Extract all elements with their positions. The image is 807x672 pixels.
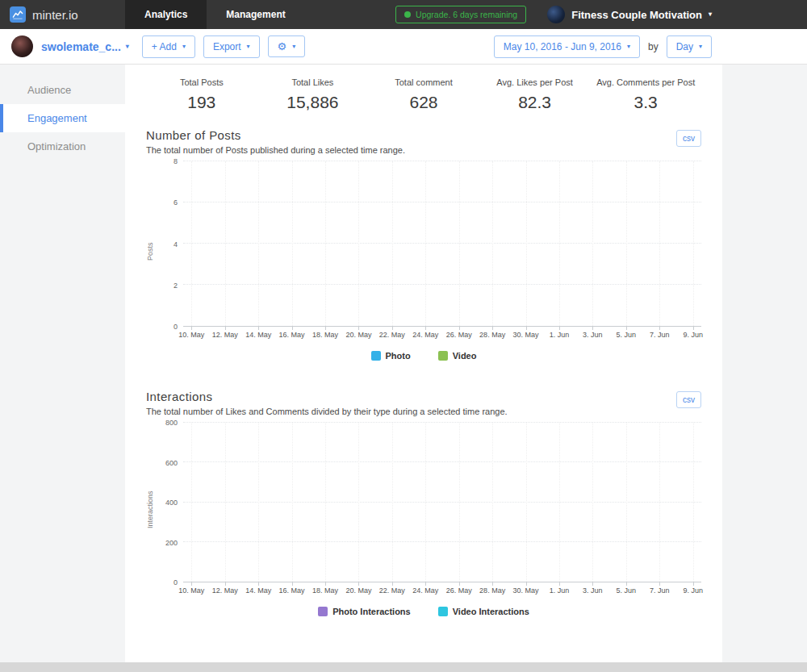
- chart-legend: PhotoVideo: [146, 351, 701, 361]
- profile-name-label: swolemate_c...: [41, 40, 121, 53]
- x-tick-mark: [392, 327, 393, 330]
- gridline: [183, 502, 701, 503]
- toolbar-right: May 10, 2016 - Jun 9, 2016 ▾ by Day ▾: [494, 35, 712, 58]
- x-tick-label: 18. May: [312, 331, 338, 339]
- x-tick-mark: [225, 327, 226, 330]
- vertical-gridline: [258, 423, 259, 582]
- axis-column: 0200400600800 10. May12. May14. May16. M…: [157, 423, 701, 597]
- sidebar-item-audience[interactable]: Audience: [0, 76, 125, 104]
- x-tick-mark: [592, 327, 593, 330]
- vertical-gridline: [191, 423, 192, 582]
- gear-icon: ⚙: [278, 41, 287, 52]
- vertical-gridline: [659, 161, 660, 326]
- x-tick-label: 24. May: [412, 331, 438, 339]
- chevron-down-icon: ▾: [182, 44, 186, 50]
- vertical-gridline: [392, 423, 393, 582]
- vertical-gridline: [659, 423, 660, 582]
- tab-analytics[interactable]: Analytics: [125, 0, 207, 29]
- settings-button[interactable]: ⚙ ▾: [268, 35, 306, 57]
- x-tick-mark: [258, 582, 259, 586]
- vertical-gridline: [325, 423, 326, 582]
- granularity-button[interactable]: Day ▾: [667, 35, 712, 58]
- x-tick-label: 16. May: [279, 331, 305, 339]
- legend-item-photo[interactable]: Photo: [371, 351, 411, 361]
- stat-label: Total comment: [368, 77, 479, 87]
- x-tick-mark: [358, 582, 359, 586]
- legend-item-photo-interactions[interactable]: Photo Interactions: [318, 607, 411, 616]
- vertical-gridline: [559, 161, 560, 326]
- vertical-gridline: [559, 423, 560, 582]
- stat-item: Avg. Comments per Post 3.3: [590, 77, 701, 112]
- gridline: [183, 461, 701, 462]
- charts-container: Number of Posts csv The total number of …: [146, 128, 701, 616]
- minterio-logo-icon: [10, 6, 26, 23]
- profile-selector[interactable]: swolemate_c... ▾: [41, 40, 129, 53]
- vertical-gridline: [225, 161, 226, 326]
- csv-export-button[interactable]: csv: [676, 391, 701, 408]
- vertical-gridline: [626, 161, 627, 326]
- y-tick-label: 200: [165, 539, 178, 547]
- add-label: + Add: [152, 41, 177, 52]
- y-tick-label: 4: [174, 240, 178, 248]
- legend-item-video[interactable]: Video: [438, 351, 477, 361]
- vertical-gridline: [358, 161, 359, 326]
- sidebar-item-engagement[interactable]: Engagement: [0, 104, 125, 132]
- nav-right: Upgrade. 6 days remaining Fitness Couple…: [395, 0, 807, 29]
- vertical-gridline: [459, 423, 460, 582]
- posts-chart-section: Number of Posts csv The total number of …: [146, 128, 701, 361]
- vertical-gridline: [626, 423, 627, 582]
- green-dot-icon: [404, 11, 411, 18]
- date-range-label: May 10, 2016 - Jun 9, 2016: [504, 41, 621, 52]
- brand: minter.io: [0, 0, 125, 29]
- plot-row: 02468: [157, 161, 701, 327]
- x-tick-label: 1. Jun: [550, 586, 570, 595]
- x-tick-label: 7. Jun: [650, 331, 670, 339]
- brand-name[interactable]: minter.io: [32, 8, 78, 22]
- chart-body: Posts 02468 10. May12. May14. May16. May…: [146, 161, 701, 341]
- gridline: [183, 284, 701, 285]
- x-axis-labels: 10. May12. May14. May16. May18. May20. M…: [183, 327, 701, 341]
- gridline: [183, 243, 701, 244]
- vertical-gridline: [325, 161, 326, 326]
- upgrade-button[interactable]: Upgrade. 6 days remaining: [395, 6, 526, 23]
- photo-interactions-swatch-icon: [318, 607, 328, 616]
- x-tick-label: 14. May: [245, 586, 271, 595]
- y-tick-label: 600: [165, 459, 178, 467]
- video-interactions-swatch-icon: [438, 607, 448, 616]
- chevron-down-icon: ▾: [627, 44, 630, 50]
- date-range-button[interactable]: May 10, 2016 - Jun 9, 2016 ▾: [494, 35, 640, 58]
- x-tick-label: 12. May: [212, 586, 238, 595]
- x-tick-mark: [191, 327, 192, 330]
- vertical-gridline: [292, 423, 293, 582]
- sidebar-item-optimization[interactable]: Optimization: [0, 132, 125, 161]
- y-axis-labels: 02468: [157, 161, 183, 327]
- csv-export-button[interactable]: csv: [676, 130, 701, 147]
- stat-label: Total Likes: [257, 77, 369, 87]
- y-axis-labels: 0200400600800: [157, 423, 183, 582]
- account-menu[interactable]: Fitness Couple Motivation ▾: [547, 6, 712, 23]
- x-tick-label: 20. May: [345, 331, 371, 339]
- vertical-gridline: [225, 423, 226, 582]
- vertical-gridline: [191, 161, 192, 326]
- legend-item-video-interactions[interactable]: Video Interactions: [438, 607, 529, 616]
- x-tick-mark: [225, 582, 226, 586]
- export-button[interactable]: Export ▾: [203, 35, 260, 58]
- vertical-gridline: [358, 423, 359, 582]
- chart-header: Interactions csv The total number of Lik…: [146, 390, 701, 416]
- chevron-down-icon: ▾: [709, 11, 712, 18]
- x-tick-label: 16. May: [279, 586, 305, 595]
- vertical-gridline: [459, 161, 460, 326]
- x-tick-mark: [592, 582, 593, 586]
- add-button[interactable]: + Add ▾: [142, 35, 195, 58]
- x-tick-label: 12. May: [212, 331, 238, 339]
- vertical-gridline: [425, 161, 426, 326]
- chart-title: Number of Posts: [146, 128, 701, 142]
- x-tick-label: 10. May: [178, 331, 204, 339]
- x-tick-label: 3. Jun: [583, 586, 603, 595]
- x-tick-label: 26. May: [446, 331, 472, 339]
- tab-management[interactable]: Management: [207, 0, 304, 29]
- photo-swatch-icon: [371, 351, 381, 361]
- sidebar: AudienceEngagementOptimization: [0, 65, 125, 662]
- toolbar: swolemate_c... ▾ + Add ▾ Export ▾ ⚙ ▾ Ma…: [0, 29, 807, 65]
- vertical-gridline: [592, 161, 593, 326]
